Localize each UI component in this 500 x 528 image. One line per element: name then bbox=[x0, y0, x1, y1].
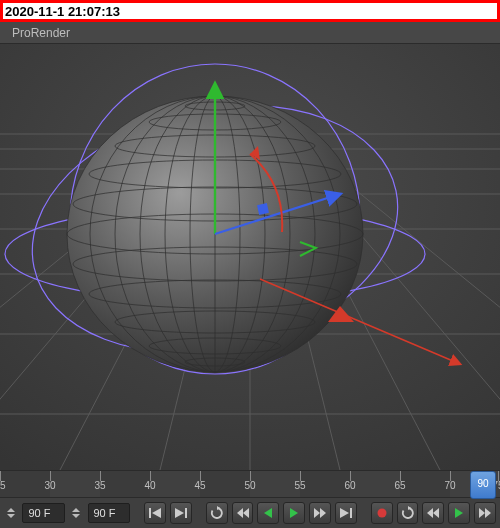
play-fwd-icon bbox=[453, 507, 465, 519]
timestamp-overlay: 2020-11-1 21:07:13 bbox=[0, 0, 500, 22]
play-forward-button-2[interactable] bbox=[448, 502, 470, 524]
prev-key-icon bbox=[426, 507, 440, 519]
tab-prorender[interactable]: ProRender bbox=[12, 26, 70, 40]
prev-key-button-2[interactable] bbox=[422, 502, 444, 524]
svg-marker-49 bbox=[217, 506, 220, 510]
start-frame-value: 90 F bbox=[28, 507, 50, 519]
tick-label: 60 bbox=[344, 480, 355, 491]
prev-key-button[interactable] bbox=[232, 502, 254, 524]
play-back-icon bbox=[262, 507, 274, 519]
reload-icon bbox=[210, 506, 224, 520]
play-backward-button[interactable] bbox=[257, 502, 279, 524]
tick-label: 35 bbox=[94, 480, 105, 491]
svg-marker-55 bbox=[320, 508, 326, 518]
timeline[interactable]: 25 30 35 40 45 50 55 60 65 70 75 90 bbox=[0, 470, 500, 498]
next-key-icon bbox=[313, 507, 327, 519]
start-frame-field[interactable]: 90 F bbox=[22, 503, 65, 523]
bottom-panel: 25 30 35 40 45 50 55 60 65 70 75 90 90 F bbox=[0, 470, 500, 528]
loop-button-2[interactable] bbox=[397, 502, 419, 524]
viewport-canvas[interactable] bbox=[0, 44, 500, 470]
tick-label: 50 bbox=[244, 480, 255, 491]
svg-marker-63 bbox=[479, 508, 485, 518]
next-key-icon bbox=[478, 507, 492, 519]
go-end-icon bbox=[339, 507, 353, 519]
go-to-start-button[interactable] bbox=[144, 502, 166, 524]
svg-marker-50 bbox=[237, 508, 243, 518]
svg-marker-56 bbox=[340, 508, 349, 518]
timeline-ticks: 25 30 35 40 45 50 55 60 65 70 75 bbox=[0, 471, 500, 497]
tick-label: 40 bbox=[144, 480, 155, 491]
svg-rect-48 bbox=[185, 508, 187, 518]
svg-rect-41 bbox=[257, 203, 269, 215]
transport-controls: 90 F 90 F bbox=[0, 498, 500, 528]
start-frame-stepper[interactable] bbox=[4, 502, 18, 524]
timestamp-text: 2020-11-1 21:07:13 bbox=[5, 4, 120, 19]
record-icon bbox=[376, 507, 388, 519]
svg-marker-61 bbox=[433, 508, 439, 518]
next-key-button-2[interactable] bbox=[474, 502, 496, 524]
chevron-down-icon bbox=[7, 514, 15, 518]
svg-marker-54 bbox=[314, 508, 320, 518]
end-frame-stepper[interactable] bbox=[69, 502, 83, 524]
tick-label: 45 bbox=[194, 480, 205, 491]
svg-marker-47 bbox=[175, 508, 184, 518]
play-fwd-icon bbox=[288, 507, 300, 519]
svg-marker-60 bbox=[427, 508, 433, 518]
chevron-up-icon bbox=[7, 508, 15, 512]
svg-marker-59 bbox=[408, 506, 411, 510]
viewport-3d[interactable] bbox=[0, 44, 500, 470]
tick-label: 30 bbox=[44, 480, 55, 491]
svg-marker-51 bbox=[243, 508, 249, 518]
end-frame-field[interactable]: 90 F bbox=[88, 503, 131, 523]
viewport-tab-bar: ProRender bbox=[0, 22, 500, 44]
svg-marker-64 bbox=[485, 508, 491, 518]
go-end-icon bbox=[174, 507, 188, 519]
tick-label: 55 bbox=[294, 480, 305, 491]
record-button[interactable] bbox=[371, 502, 393, 524]
reload-icon bbox=[401, 506, 415, 520]
loop-button[interactable] bbox=[206, 502, 228, 524]
svg-marker-52 bbox=[264, 508, 272, 518]
end-frame-value: 90 F bbox=[94, 507, 116, 519]
next-key-button[interactable] bbox=[309, 502, 331, 524]
tick-label: 25 bbox=[0, 480, 6, 491]
svg-rect-45 bbox=[149, 508, 151, 518]
playhead-label: 90 bbox=[477, 478, 488, 489]
go-to-end-button[interactable] bbox=[170, 502, 192, 524]
chevron-down-icon bbox=[72, 514, 80, 518]
svg-marker-53 bbox=[290, 508, 298, 518]
svg-rect-57 bbox=[350, 508, 352, 518]
tick-label: 70 bbox=[444, 480, 455, 491]
tick-label: 65 bbox=[394, 480, 405, 491]
svg-marker-62 bbox=[455, 508, 463, 518]
go-to-end-button-2[interactable] bbox=[335, 502, 357, 524]
timeline-playhead[interactable]: 90 bbox=[470, 471, 496, 499]
chevron-up-icon bbox=[72, 508, 80, 512]
svg-marker-46 bbox=[152, 508, 161, 518]
prev-key-icon bbox=[236, 507, 250, 519]
play-forward-button[interactable] bbox=[283, 502, 305, 524]
go-start-icon bbox=[148, 507, 162, 519]
svg-point-58 bbox=[377, 509, 386, 518]
